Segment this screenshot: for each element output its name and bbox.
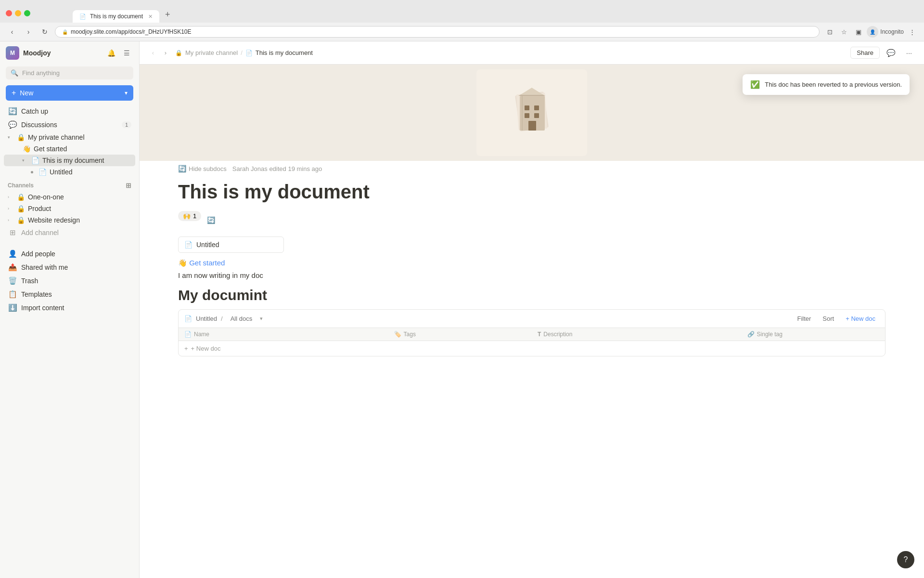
col-single-label: Single tag	[757, 331, 783, 338]
sidebar-item-trash[interactable]: 🗑️ Trash	[4, 274, 135, 288]
templates-label: Templates	[21, 290, 52, 298]
breadcrumb-channel[interactable]: My private channel	[185, 49, 238, 56]
col-tags-icon: 🏷️	[394, 331, 401, 338]
new-doc-button[interactable]: + New doc	[842, 314, 879, 324]
reaction-count: 1	[193, 212, 196, 220]
svg-marker-9	[520, 88, 543, 95]
reload-button[interactable]: ↻	[38, 26, 51, 38]
product-lock-icon: 🔒	[16, 205, 25, 212]
search-placeholder: Find anything	[22, 69, 60, 77]
sidebar-item-add-channel[interactable]: ⊞ Add channel	[4, 226, 135, 239]
browser-nav: ‹ › ↻ 🔒 moodjoy.slite.com/app/docs/r_DHz…	[0, 23, 924, 41]
sidebar-item-catchup[interactable]: 🔄 Catch up	[4, 105, 135, 118]
collapse-arrow-icon: ▾	[8, 135, 13, 140]
sidebar-item-discussions[interactable]: 💬 Discussions 1	[4, 118, 135, 131]
close-traffic-light[interactable]	[6, 10, 12, 16]
forward-button[interactable]: ›	[22, 26, 35, 38]
svg-rect-5	[525, 113, 529, 118]
website-lock-icon: 🔒	[16, 216, 25, 224]
private-channel-lock-icon: 🔒	[16, 133, 25, 141]
add-people-icon: 👤	[8, 250, 17, 258]
tab-bar: 📄 This is my document ✕ +	[73, 7, 175, 23]
minimize-traffic-light[interactable]	[15, 10, 21, 16]
sidebar-toggle-button[interactable]: ☰	[120, 46, 133, 60]
sidebar-item-templates[interactable]: 📋 Templates	[4, 288, 135, 301]
table-path-label: Untitled	[196, 315, 217, 322]
sidebar-header-actions: 🔔 ☰	[104, 46, 133, 60]
revert-toast: ✅ This doc has been reverted to a previo…	[743, 74, 910, 95]
reaction-button[interactable]: 🙌 1	[178, 211, 201, 221]
maximize-traffic-light[interactable]	[24, 10, 30, 16]
tree-item-untitled[interactable]: 📄 Untitled	[4, 166, 135, 178]
tree-item-this-is-my-document[interactable]: ▾ 📄 This is my document	[4, 155, 135, 166]
comment-button[interactable]: 💬	[884, 46, 898, 60]
tab-close-button[interactable]: ✕	[148, 13, 153, 20]
subdoc-item-untitled[interactable]: 📄 Untitled	[178, 236, 284, 253]
one-on-one-lock-icon: 🔒	[16, 193, 25, 201]
add-channel-icon[interactable]: ⊞	[126, 182, 131, 189]
add-row-button[interactable]: + + New doc	[179, 341, 885, 356]
sidebar-item-website-redesign[interactable]: › 🔒 Website redesign	[4, 214, 135, 226]
add-row-label: + New doc	[191, 345, 221, 352]
table-column-headers: 📄 Name 🏷️ Tags T Description 🔗	[179, 328, 885, 341]
col-name-icon: 📄	[184, 331, 192, 338]
sidebar-item-one-on-one[interactable]: › 🔒 One-on-one	[4, 191, 135, 203]
tree-item-my-private-channel[interactable]: ▾ 🔒 My private channel	[4, 131, 135, 143]
search-bar[interactable]: 🔍 Find anything	[6, 66, 133, 79]
sidebar-item-import-content[interactable]: ⬇️ Import content	[4, 301, 135, 315]
col-header-single-tag: 🔗 Single tag	[742, 328, 885, 341]
address-bar[interactable]: 🔒 moodjoy.slite.com/app/docs/r_DHzUYfHSK…	[55, 26, 820, 38]
product-label: Product	[28, 205, 51, 212]
traffic-lights	[6, 10, 30, 16]
url-text: moodjoy.slite.com/app/docs/r_DHzUYfHSK10…	[71, 28, 192, 35]
tree-item-get-started[interactable]: 👋 Get started	[4, 143, 135, 155]
sort-button[interactable]: Sort	[819, 314, 838, 324]
sidebar: M Moodjoy 🔔 ☰ 🔍 Find anything + New ▾ 🔄 …	[0, 41, 140, 578]
share-button[interactable]: Share	[850, 47, 880, 59]
get-started-icon: 👋	[22, 145, 31, 153]
table-sep: /	[221, 315, 223, 322]
building-illustration	[508, 86, 556, 139]
nav-arrows: ‹ ›	[147, 47, 171, 59]
add-channel-plus-icon: ⊞	[8, 228, 17, 237]
sidebar-item-shared-with-me[interactable]: 📤 Shared with me	[4, 261, 135, 274]
check-icon: ✅	[750, 80, 760, 89]
bookmark-icon[interactable]: ☆	[838, 26, 850, 38]
notifications-button[interactable]: 🔔	[104, 46, 118, 60]
back-button[interactable]: ‹	[6, 26, 18, 38]
topbar-actions: Share 💬 ···	[850, 46, 916, 60]
get-started-link[interactable]: 👋 Get started	[178, 259, 886, 267]
sidebar-item-add-people[interactable]: 👤 Add people	[4, 247, 135, 261]
trash-label: Trash	[21, 277, 38, 285]
hide-subdocs-button[interactable]: 🔄 Hide subdocs	[178, 165, 227, 172]
cast-icon[interactable]: ⊡	[823, 26, 836, 38]
lock-icon: 🔒	[62, 29, 68, 35]
add-reaction-button[interactable]: 🔄	[207, 216, 215, 224]
all-docs-dropdown[interactable]: All docs	[227, 314, 257, 324]
new-tab-button[interactable]: +	[160, 7, 175, 23]
untitled-label: Untitled	[50, 168, 72, 176]
browser-titlebar: 📄 This is my document ✕ +	[0, 0, 924, 23]
tab-manager-icon[interactable]: ▣	[852, 26, 865, 38]
reaction-emoji: 🙌	[183, 212, 191, 220]
filter-button[interactable]: Filter	[793, 314, 815, 324]
channels-section-title: Channels ⊞	[4, 178, 135, 191]
menu-button[interactable]: ⋮	[906, 26, 918, 38]
workspace-name: Moodjoy	[23, 49, 51, 57]
profile-button[interactable]: 👤	[867, 26, 878, 38]
more-options-button[interactable]: ···	[902, 46, 916, 60]
topbar: ‹ › 🔒 My private channel / 📄 This is my …	[140, 41, 924, 65]
channels-label: Channels	[8, 182, 34, 189]
help-button[interactable]: ?	[897, 551, 914, 568]
shared-with-me-label: Shared with me	[21, 263, 68, 271]
sidebar-nav: 🔄 Catch up 💬 Discussions 1 ▾ 🔒 My privat…	[0, 105, 139, 578]
new-button[interactable]: + New ▾	[6, 85, 133, 101]
breadcrumb-separator: /	[241, 49, 243, 56]
templates-icon: 📋	[8, 290, 17, 299]
active-tab[interactable]: 📄 This is my document ✕	[73, 10, 159, 23]
topbar-back-arrow[interactable]: ‹	[147, 47, 159, 59]
topbar-forward-arrow[interactable]: ›	[160, 47, 171, 59]
doc-heading: My documint	[178, 287, 886, 303]
col-header-description: T Description	[532, 328, 742, 341]
sidebar-item-product[interactable]: › 🔒 Product	[4, 203, 135, 214]
